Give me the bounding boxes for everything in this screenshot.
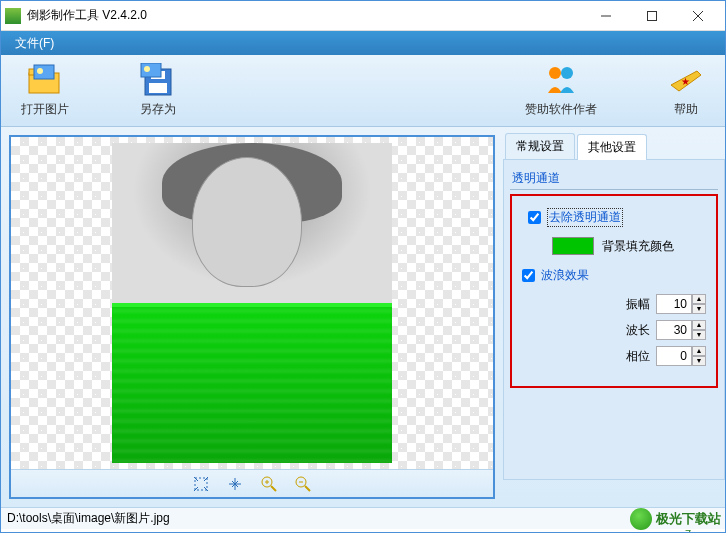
svg-text:★: ★ — [681, 76, 690, 87]
fill-color-swatch[interactable] — [552, 237, 594, 255]
tab-other[interactable]: 其他设置 — [577, 134, 647, 160]
amplitude-input[interactable] — [656, 294, 692, 314]
svg-line-22 — [305, 486, 310, 491]
help-button[interactable]: ★ 帮助 — [667, 63, 705, 118]
panel-other: 透明通道 去除透明通道 背景填充颜色 波浪效果 振幅 — [503, 160, 725, 480]
workarea: 常规设置 其他设置 透明通道 去除透明通道 背景填充颜色 波浪效果 — [1, 127, 725, 507]
fill-color-row: 背景填充颜色 — [552, 237, 706, 255]
preview-pane — [1, 127, 503, 507]
phase-down[interactable]: ▼ — [692, 356, 706, 366]
help-icon: ★ — [667, 63, 705, 97]
wave-group-label: 波浪效果 — [541, 267, 589, 284]
zoom-in-icon[interactable] — [261, 476, 277, 492]
settings-sidebar: 常规设置 其他设置 透明通道 去除透明通道 背景填充颜色 波浪效果 — [503, 127, 725, 507]
open-button[interactable]: 打开图片 — [21, 63, 69, 118]
window-controls — [583, 2, 721, 30]
watermark: 极光下载站 www.xz7.com — [630, 508, 721, 530]
amplitude-up[interactable]: ▲ — [692, 294, 706, 304]
remove-alpha-label: 去除透明通道 — [547, 208, 623, 227]
svg-line-18 — [271, 486, 276, 491]
preview-toolbar — [11, 469, 493, 497]
window-title: 倒影制作工具 V2.4.2.0 — [27, 7, 583, 24]
wave-checkbox[interactable] — [522, 269, 535, 282]
preview-canvas[interactable] — [11, 137, 493, 469]
people-icon — [542, 63, 580, 97]
sponsor-label: 赞助软件作者 — [525, 101, 597, 118]
svg-point-12 — [144, 66, 150, 72]
zoom-out-icon[interactable] — [295, 476, 311, 492]
remove-alpha-checkbox[interactable] — [528, 211, 541, 224]
tabs: 常规设置 其他设置 — [503, 133, 725, 160]
fill-color-label: 背景填充颜色 — [602, 238, 674, 255]
open-label: 打开图片 — [21, 101, 69, 118]
wave-group: 波浪效果 — [522, 267, 706, 284]
amplitude-label: 振幅 — [620, 296, 650, 313]
remove-alpha-row: 去除透明通道 — [528, 208, 706, 227]
svg-point-7 — [37, 68, 43, 74]
saveas-label: 另存为 — [140, 101, 176, 118]
svg-point-14 — [561, 67, 573, 79]
preview-image — [112, 143, 392, 463]
svg-rect-11 — [141, 63, 161, 77]
preview-box — [9, 135, 495, 499]
highlight-box: 去除透明通道 背景填充颜色 波浪效果 振幅 ▲▼ — [510, 194, 718, 388]
maximize-icon — [647, 11, 657, 21]
svg-rect-10 — [149, 83, 167, 93]
tab-general[interactable]: 常规设置 — [505, 133, 575, 159]
wavelength-up[interactable]: ▲ — [692, 320, 706, 330]
statusbar: D:\tools\桌面\image\新图片.jpg — [1, 507, 725, 529]
reflection-image — [112, 303, 392, 463]
app-icon — [5, 8, 21, 24]
alpha-group-title: 透明通道 — [512, 170, 718, 187]
svg-point-13 — [549, 67, 561, 79]
saveas-button[interactable]: 另存为 — [139, 63, 177, 118]
minimize-button[interactable] — [583, 2, 629, 30]
wavelength-down[interactable]: ▼ — [692, 330, 706, 340]
watermark-url: www.xz7.com — [648, 528, 715, 533]
phase-row: 相位 ▲▼ — [522, 346, 706, 366]
wavelength-input[interactable] — [656, 320, 692, 340]
status-path: D:\tools\桌面\image\新图片.jpg — [7, 510, 170, 527]
help-label: 帮助 — [674, 101, 698, 118]
phase-label: 相位 — [620, 348, 650, 365]
minimize-icon — [601, 11, 611, 21]
amplitude-down[interactable]: ▼ — [692, 304, 706, 314]
close-button[interactable] — [675, 2, 721, 30]
wavelength-label: 波长 — [620, 322, 650, 339]
maximize-button[interactable] — [629, 2, 675, 30]
titlebar: 倒影制作工具 V2.4.2.0 — [1, 1, 725, 31]
toolbar: 打开图片 另存为 赞助软件作者 ★ 帮助 — [1, 55, 725, 127]
fit-icon[interactable] — [193, 476, 209, 492]
actual-size-icon[interactable] — [227, 476, 243, 492]
watermark-icon — [630, 508, 652, 530]
close-icon — [693, 11, 703, 21]
folder-image-icon — [26, 63, 64, 97]
phase-up[interactable]: ▲ — [692, 346, 706, 356]
original-image — [112, 143, 392, 303]
watermark-text: 极光下载站 — [656, 510, 721, 528]
wavelength-row: 波长 ▲▼ — [522, 320, 706, 340]
phase-input[interactable] — [656, 346, 692, 366]
sponsor-button[interactable]: 赞助软件作者 — [525, 63, 597, 118]
amplitude-row: 振幅 ▲▼ — [522, 294, 706, 314]
menu-file[interactable]: 文件(F) — [9, 33, 60, 54]
floppy-image-icon — [139, 63, 177, 97]
menubar: 文件(F) — [1, 31, 725, 55]
divider — [510, 189, 718, 190]
svg-rect-6 — [34, 65, 54, 79]
svg-rect-1 — [648, 11, 657, 20]
